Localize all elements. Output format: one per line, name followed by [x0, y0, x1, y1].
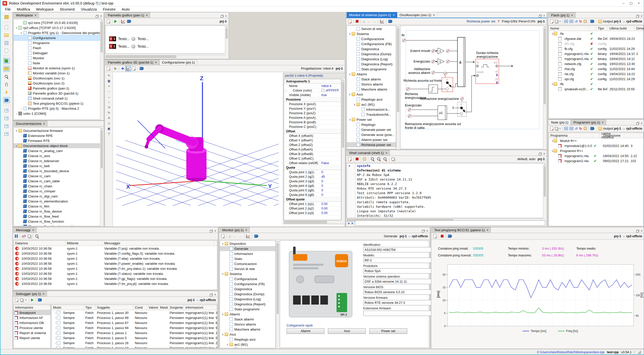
device-monitor-tree-item[interactable]: Stato programmi — [220, 307, 275, 312]
property-row[interactable]: Offset A (offsetA) — [284, 147, 341, 152]
reload-icon[interactable]: ↻ — [579, 127, 582, 130]
properties-title[interactable]: pan3d-1:robot-4 (Proprietà) — [283, 73, 345, 78]
message-row[interactable]: ✘10/03/2022 10:36:58sysm-1Variabile (?.e… — [14, 256, 217, 261]
close-icon[interactable]: × — [641, 14, 642, 18]
property-row[interactable]: Offset X (offsetX) — [284, 134, 341, 138]
column-header[interactable]: Sorgente — [168, 305, 184, 310]
layers-icon[interactable] — [555, 20, 558, 23]
expander-icon[interactable]: › — [15, 112, 18, 115]
mode-select[interactable]: default, auto — [517, 157, 535, 161]
property-row[interactable]: Offset Y (offsetY) — [284, 138, 341, 143]
zoom-in-icon[interactable] — [377, 157, 381, 161]
expander-icon[interactable]: › — [53, 321, 57, 324]
documentation-tree-item[interactable]: Classe rc_bdeserver — [14, 158, 100, 163]
expander-icon[interactable]: ∨ — [221, 313, 225, 316]
close-icon[interactable]: × — [225, 14, 227, 18]
breakpoint-row[interactable]: ›SempreFetchProcesso 1, passo 5NessunaPe… — [51, 335, 217, 340]
breakpoint-row[interactable]: ›SempreFetchProcesso 1, passo 1NessunaPe… — [51, 330, 217, 335]
help-book-icon[interactable] — [127, 20, 131, 23]
float-icon[interactable] — [636, 230, 638, 232]
digital-display[interactable]: 01 — [109, 44, 116, 49]
float-icon[interactable] — [96, 16, 98, 18]
system-monitor-tree-item[interactable]: ∨Assi — [347, 92, 396, 97]
close-icon[interactable]: × — [155, 61, 157, 64]
workspace-tree-item[interactable]: ∨rp2-ufficio [TCP/IP 10.0.17.2:8100] — [14, 25, 100, 30]
file-row[interactable]: ∨/fa✔ — [549, 31, 643, 36]
forward-icon[interactable]: → — [372, 20, 376, 23]
workspace-tree-item[interactable]: Debugger — [14, 50, 100, 55]
new-document-icon[interactable] — [4, 24, 10, 30]
documentation-tree-item[interactable]: Classe rc_chain — [14, 184, 100, 189]
property-row[interactable]: Quota joint 5 (qj5)0 — [284, 188, 341, 193]
expander-icon[interactable]: ∨ — [550, 82, 554, 86]
view-tool-icon[interactable]: A — [108, 116, 110, 120]
tab-flash[interactable]: Flash (prj-1)× — [549, 12, 576, 18]
documentation-tree-item[interactable]: Classe rc_flow_function — [14, 219, 100, 224]
scrollbar[interactable]: ∧ — [341, 79, 345, 220]
send-step-icon[interactable]: » — [351, 221, 353, 225]
expander-icon[interactable]: › — [53, 311, 57, 314]
tab-oscilloscopio[interactable]: Oscilloscopio (osc-1)× — [397, 12, 437, 18]
expander-icon[interactable]: ∨ — [550, 149, 554, 153]
workspace-tree-item[interactable]: Pannello grafico (pan-1) — [14, 86, 100, 91]
scrollbar[interactable]: ∧ — [396, 25, 400, 149]
close-icon[interactable]: × — [385, 151, 387, 155]
file-row[interactable]: myprogram1.r4a✔19/04/2021 14:50:272.22 — [549, 153, 643, 158]
device-monitor-tree-item[interactable]: Informazioni — [220, 251, 275, 256]
property-row[interactable]: Posizione X (posX) — [284, 102, 341, 106]
sync-icon[interactable]: ↺ — [575, 20, 578, 23]
workspace-tree-item[interactable]: Oscilloscopio (osc-1) — [14, 76, 100, 81]
property-row[interactable]: Posizione B (posB) — [284, 120, 341, 125]
expander-icon[interactable]: ∨ — [550, 32, 554, 35]
property-row[interactable]: ›Colore (color)#FFFFFF — [284, 88, 341, 93]
pause-icon[interactable] — [15, 234, 18, 238]
expander-icon[interactable]: ∨ — [353, 103, 356, 106]
system-monitor-tree-item[interactable]: ∨Allarmi — [347, 72, 396, 77]
workspace-tree-item[interactable]: Oscilloscopio (osc-2) — [14, 81, 100, 86]
help-book-icon[interactable] — [388, 20, 392, 23]
documentation-tree-item[interactable]: Classe rc_cam — [14, 173, 100, 179]
breakpoint-row[interactable]: ›SempreFetchProcesso 1, passo 24NessunaP… — [51, 345, 217, 348]
property-row[interactable]: Visibile (visible)true — [284, 93, 341, 97]
properties-icon[interactable] — [107, 67, 110, 71]
window-dock-icon[interactable] — [4, 108, 10, 113]
file-row[interactable]: rhw.cfg✔config11/02/2021 14:44:00 — [549, 66, 643, 71]
lightning-icon[interactable] — [4, 90, 10, 95]
close-icon[interactable]: × — [214, 293, 216, 297]
expander-icon[interactable]: ∨ — [348, 73, 352, 76]
tab-messaggi[interactable]: Messaggi× — [13, 227, 37, 233]
debugger-info-item[interactable]: Processi utente — [14, 325, 50, 330]
view-tool-icon[interactable]: ▽ — [108, 132, 110, 136]
tab-programmi[interactable]: Programmi (prj-1)× — [571, 120, 606, 125]
view-tool-icon[interactable]: ↕ — [108, 100, 110, 104]
window-close-all-icon[interactable] — [4, 131, 10, 137]
help-book-icon[interactable] — [140, 67, 144, 70]
device-monitor-tree-item[interactable]: ∨Sistema — [220, 271, 275, 276]
property-row[interactable]: Offset relativi (relOff)Falso — [284, 161, 341, 165]
property-row[interactable]: Quota joint 1 (qj1)0 — [284, 170, 341, 174]
close-icon[interactable]: × — [543, 152, 545, 156]
tab-documentazione[interactable]: Documentazione× — [13, 121, 47, 126]
expander-icon[interactable]: › — [53, 331, 57, 334]
view-tool-icon[interactable]: ↺ — [108, 106, 110, 109]
system-monitor-tree-item[interactable]: Diagnostica — [347, 46, 396, 51]
layers-icon[interactable] — [555, 127, 558, 130]
property-row[interactable]: Offset Z (offsetZ) — [284, 143, 341, 147]
reload-icon[interactable]: ↻ — [579, 20, 582, 23]
properties-icon[interactable] — [550, 127, 553, 131]
expander-icon[interactable]: ∨ — [348, 118, 352, 121]
system-monitor-tree-item[interactable]: Storico allarmi — [347, 82, 396, 87]
expander-icon[interactable]: ∨ — [221, 242, 225, 245]
help-book-icon[interactable] — [590, 20, 594, 23]
close-icon[interactable]: × — [100, 14, 102, 18]
column-header[interactable]: Informazioni — [184, 305, 217, 310]
tab-debugger[interactable]: Debugger (prj-1)× — [13, 291, 47, 297]
build-all-icon[interactable] — [570, 20, 573, 23]
pan-icon[interactable] — [363, 157, 366, 161]
close-icon[interactable]: × — [35, 14, 36, 17]
workspace-tree-item[interactable]: Pannello grafico 3D (pan3d-1) — [14, 91, 100, 96]
workspace-tree-item[interactable]: ›Progetto RTE (prj-3) - Macchina 2 — [14, 106, 100, 111]
properties-icon[interactable] — [221, 234, 224, 238]
tab-monitor-sistema[interactable]: Monitor di sistema (sysm-1)× — [347, 12, 397, 18]
device-monitor-tree-item[interactable]: Comunicazioni — [220, 261, 275, 266]
